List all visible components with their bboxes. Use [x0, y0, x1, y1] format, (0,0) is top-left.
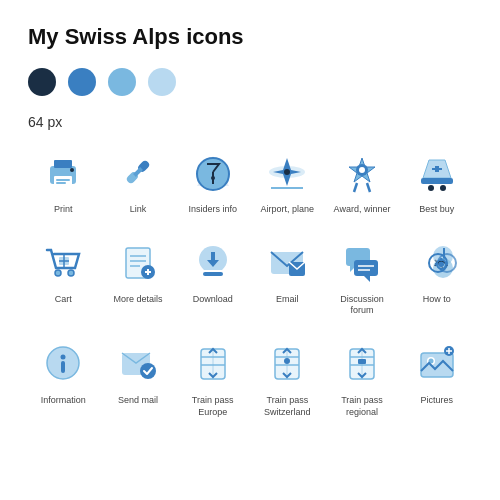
svg-point-12: [284, 169, 290, 175]
icon-label: Train pass Europe: [184, 395, 242, 418]
svg-point-22: [55, 270, 61, 276]
list-item[interactable]: More details: [103, 236, 174, 317]
svg-rect-51: [440, 258, 443, 261]
color-palette: [28, 68, 472, 96]
svg-rect-35: [203, 272, 223, 276]
icon-label: Award, winner: [334, 204, 391, 216]
email-icon: [261, 236, 313, 288]
color-dot-4: [148, 68, 176, 96]
svg-point-23: [68, 270, 74, 276]
list-item[interactable]: Send mail: [103, 337, 174, 418]
color-dot-2: [68, 68, 96, 96]
icon-label: Train pass regional: [333, 395, 391, 418]
list-item[interactable]: Discussion forum: [327, 236, 398, 317]
icon-label: Information: [41, 395, 86, 407]
svg-rect-40: [354, 260, 378, 276]
list-item[interactable]: Print: [28, 146, 99, 216]
icon-label: Insiders info: [188, 204, 237, 216]
svg-point-59: [140, 363, 156, 379]
icon-label: Discussion forum: [333, 294, 391, 317]
icon-label: Cart: [55, 294, 72, 306]
svg-point-5: [70, 168, 74, 172]
svg-point-56: [61, 355, 66, 360]
svg-rect-52: [440, 268, 443, 271]
svg-rect-19: [421, 178, 453, 184]
svg-line-17: [354, 183, 357, 192]
pictures-icon: [411, 337, 463, 389]
svg-point-16: [359, 167, 365, 173]
list-item[interactable]: Information: [28, 337, 99, 418]
train-pass-switzerland-icon: [261, 337, 313, 389]
list-item[interactable]: Link: [103, 146, 174, 216]
list-item[interactable]: Download: [177, 236, 248, 317]
svg-rect-8: [133, 167, 143, 177]
size-label: 64 px: [28, 114, 472, 130]
icon-label: Download: [193, 294, 233, 306]
svg-rect-3: [56, 179, 70, 181]
page-title: My Swiss Alps icons: [28, 24, 472, 50]
train-pass-regional-icon: [336, 337, 388, 389]
cart-icon: [37, 236, 89, 288]
icon-label: How to: [423, 294, 451, 306]
icon-label: Link: [130, 204, 147, 216]
print-icon: [37, 146, 89, 198]
icon-grid: Print Link Insiders: [28, 146, 472, 418]
svg-rect-54: [445, 263, 448, 266]
list-item[interactable]: Cart: [28, 236, 99, 317]
svg-rect-73: [358, 359, 366, 364]
icon-label: Best buy: [419, 204, 454, 216]
svg-marker-41: [364, 276, 370, 282]
icon-label: Pictures: [420, 395, 453, 407]
icon-label: Airport, plane: [261, 204, 315, 216]
how-to-icon: [411, 236, 463, 288]
list-item[interactable]: Email: [252, 236, 323, 317]
more-details-icon: [112, 236, 164, 288]
information-icon: [37, 337, 89, 389]
svg-point-68: [284, 358, 290, 364]
icon-label: Email: [276, 294, 299, 306]
list-item[interactable]: Award, winner: [327, 146, 398, 216]
list-item[interactable]: Airport, plane: [252, 146, 323, 216]
list-item[interactable]: Best buy: [401, 146, 472, 216]
discussion-forum-icon: [336, 236, 388, 288]
list-item[interactable]: Train pass Switzerland: [252, 337, 323, 418]
svg-line-18: [367, 183, 370, 192]
color-dot-1: [28, 68, 56, 96]
download-icon: [187, 236, 239, 288]
svg-rect-4: [56, 182, 66, 184]
link-icon: [112, 146, 164, 198]
icon-label: Print: [54, 204, 73, 216]
color-dot-3: [108, 68, 136, 96]
insiders-info-icon: [187, 146, 239, 198]
airport-plane-icon: [261, 146, 313, 198]
list-item[interactable]: How to: [401, 236, 472, 317]
list-item[interactable]: Pictures: [401, 337, 472, 418]
best-buy-icon: [411, 146, 463, 198]
list-item[interactable]: Train pass regional: [327, 337, 398, 418]
send-mail-icon: [112, 337, 164, 389]
svg-rect-53: [435, 263, 438, 266]
svg-rect-1: [54, 160, 72, 168]
icon-label: Train pass Switzerland: [258, 395, 316, 418]
award-winner-icon: [336, 146, 388, 198]
list-item[interactable]: Train pass Europe: [177, 337, 248, 418]
list-item[interactable]: Insiders info: [177, 146, 248, 216]
train-pass-europe-icon: [187, 337, 239, 389]
svg-point-21: [440, 185, 446, 191]
svg-point-20: [428, 185, 434, 191]
icon-label: Send mail: [118, 395, 158, 407]
svg-rect-57: [61, 361, 65, 373]
icon-label: More details: [113, 294, 162, 306]
svg-point-49: [438, 261, 443, 266]
